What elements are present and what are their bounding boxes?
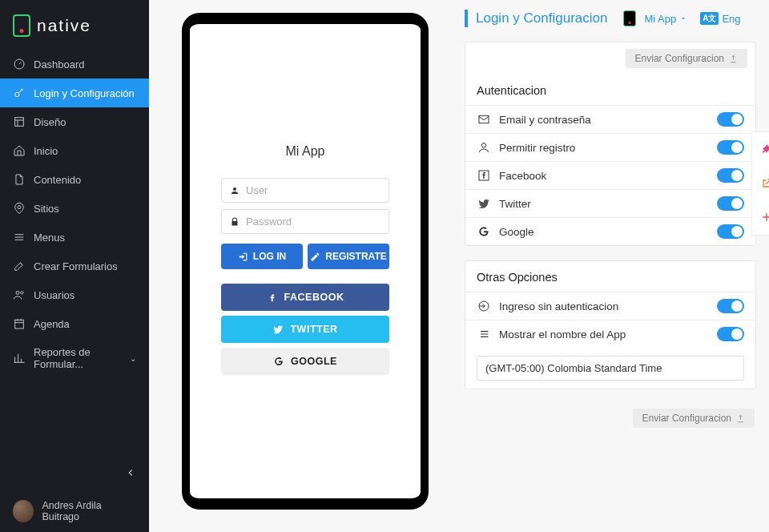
nav-item-8[interactable]: Usuarios [0,280,149,309]
other-section-title: Otras Opciones [465,261,755,292]
other-option-toggle-0[interactable] [717,299,744,313]
file-icon [13,173,26,186]
auth-option-4: Google [465,217,755,245]
auth-option-toggle-2[interactable] [717,168,744,183]
sidebar-collapse[interactable] [0,457,149,490]
other-option-1: Mostrar el nombre del App [465,320,755,348]
plus-icon [760,211,769,224]
auth-option-0: Email y contraseña [465,105,755,133]
layout-icon [13,115,26,128]
mail-icon [477,113,491,126]
ribbon-pin[interactable] [757,140,769,159]
auth-option-3: Twitter [465,189,755,217]
auth-option-toggle-4[interactable] [717,224,744,239]
person-icon [477,141,491,154]
upload-icon [736,414,745,423]
nav-item-10[interactable]: Reportes de Formular...⌄ [0,338,149,378]
nav-item-3[interactable]: Inicio [0,136,149,165]
send-config-button-top[interactable]: Enviar Configuracion [626,49,747,68]
other-panel: Otras Opciones Ingreso sin autenticacion… [465,260,756,389]
svg-point-3 [18,206,21,209]
key-icon [13,87,26,99]
share-icon [760,177,769,190]
svg-point-1 [15,92,19,96]
language-switcher[interactable]: A文 Eng [700,12,740,25]
settings-header: Login y Configuracion Mi App A文 Eng [465,10,756,27]
other-option-0: Ingreso sin autenticacion [465,292,755,320]
auth-option-1: Permitir registro [465,133,755,161]
facebook-icon [267,292,278,303]
nav-item-6[interactable]: Menus [0,223,149,252]
nav-item-1[interactable]: Login y Configuración [0,79,149,107]
send-config-button-bottom[interactable]: Enviar Configuracion [633,409,755,428]
svg-rect-7 [479,115,489,123]
social-buttons: FACEBOOK TWITTER GOOGLE [221,284,389,375]
ribbon-add[interactable] [757,208,769,227]
register-button[interactable]: REGISTRATE [308,244,389,269]
phone-preview-column: Mi App User Password LOG IN REGISTRATE [149,0,461,532]
chart-icon [13,352,26,365]
config-panel: Enviar Configuracion Autenticacion Email… [465,42,756,246]
password-field[interactable]: Password [221,209,389,234]
ribbon-share[interactable] [757,174,769,193]
facebook-button[interactable]: FACEBOOK [221,284,389,311]
auth-option-toggle-1[interactable] [717,140,744,155]
svg-rect-2 [15,118,24,127]
auth-buttons: LOG IN REGISTRATE [221,244,389,269]
nav-item-7[interactable]: Crear Formularios [0,252,149,280]
google-button[interactable]: GOOGLE [221,348,389,375]
google-icon [273,356,284,367]
timezone-select[interactable]: (GMT-05:00) Colombia Standard Time [477,356,744,381]
nav-item-5[interactable]: Sitios [0,194,149,223]
auth-option-2: Facebook [465,161,755,189]
pin-icon [13,202,26,215]
sidebar: native DashboardLogin y ConfiguraciónDis… [0,0,149,532]
svg-rect-6 [15,320,24,328]
tw-icon [477,197,491,210]
enter-icon [477,300,491,312]
fb-icon [477,169,491,182]
pin-icon [760,143,769,156]
gg-icon [477,225,491,238]
calendar-icon [13,317,26,330]
avatar [13,500,34,522]
app-dropdown[interactable]: Mi App [644,13,687,25]
nav: DashboardLogin y ConfiguraciónDiseñoInic… [0,50,149,457]
translate-icon: A文 [700,12,719,25]
twitter-icon [272,324,284,335]
header-accent [465,10,468,27]
user-field[interactable]: User [221,178,389,203]
user-name: Andres Ardila Buitrago [42,500,136,522]
auth-section-title: Autenticacion [465,75,755,105]
user-icon [230,186,240,195]
nav-item-4[interactable]: Contenido [0,165,149,194]
auth-option-toggle-3[interactable] [717,196,744,211]
brand: native [0,0,149,50]
mini-logo-icon [623,10,636,26]
brand-text: native [37,16,91,35]
svg-point-5 [21,292,23,294]
auth-option-toggle-0[interactable] [717,112,744,127]
nav-item-0[interactable]: Dashboard [0,50,149,79]
svg-point-4 [16,291,19,294]
nav-item-9[interactable]: Agenda [0,309,149,338]
edit-icon [13,260,26,272]
login-button[interactable]: LOG IN [221,244,303,269]
users-icon [13,288,26,301]
app-title: Mi App [286,144,325,159]
upload-icon [729,54,738,63]
caret-down-icon [679,14,687,22]
brand-icon [13,14,30,37]
login-icon [238,252,248,262]
list-icon [477,328,491,341]
twitter-button[interactable]: TWITTER [221,316,389,343]
lock-icon [230,217,240,227]
other-option-toggle-1[interactable] [717,327,744,341]
nav-item-2[interactable]: Diseño [0,107,149,136]
sidebar-footer[interactable]: Andres Ardila Buitrago [0,490,149,532]
phone-frame: Mi App User Password LOG IN REGISTRATE [182,13,429,510]
settings-column: Login y Configuracion Mi App A文 Eng Envi… [461,0,769,532]
svg-point-8 [481,143,485,147]
home-icon [13,144,26,157]
chevron-down-icon: ⌄ [130,354,136,363]
